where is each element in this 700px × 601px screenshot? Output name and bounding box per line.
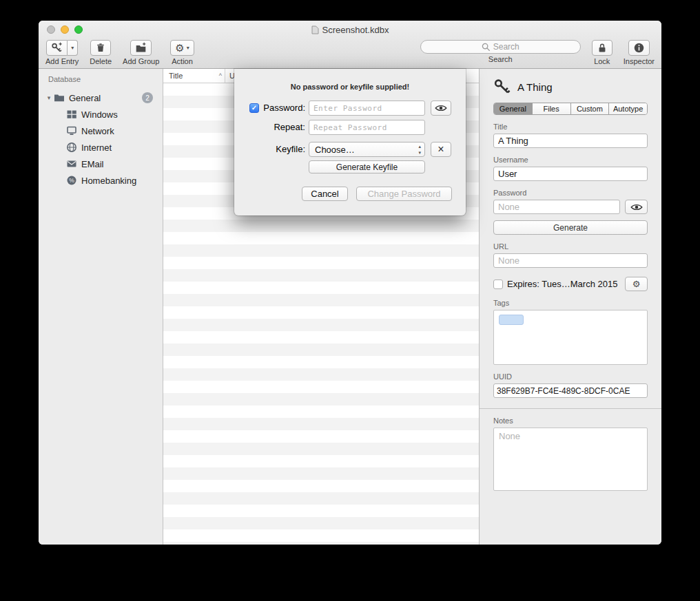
add-group-item: Add Group: [123, 40, 159, 65]
inspector-header: A Thing: [493, 77, 648, 96]
sidebar-item-label: EMail: [81, 159, 104, 169]
sidebar-item-label: General: [69, 93, 101, 103]
document-icon: [311, 25, 319, 34]
eye-icon: [630, 203, 643, 211]
add-entry-button[interactable]: [46, 40, 68, 56]
sidebar-item-network[interactable]: Network: [39, 123, 163, 139]
tab-files[interactable]: Files: [533, 103, 571, 114]
expires-checkbox[interactable]: [493, 280, 503, 289]
cancel-label: Cancel: [311, 189, 338, 199]
delete-button[interactable]: [90, 40, 111, 56]
folder-plus-icon: [135, 42, 147, 54]
add-group-button[interactable]: [130, 40, 152, 56]
sidebar-item-homebanking[interactable]: % Homebanking: [39, 172, 163, 189]
sidebar-item-email[interactable]: EMail: [39, 156, 163, 172]
computer-icon: [66, 125, 77, 136]
uuid-field[interactable]: [493, 383, 648, 398]
action-button[interactable]: ⚙ ▾: [170, 40, 194, 56]
add-entry-label: Add Entry: [45, 57, 79, 65]
add-entry-dropdown-button[interactable]: ▾: [68, 40, 78, 56]
tag-pill[interactable]: [499, 315, 524, 325]
tab-custom[interactable]: Custom: [571, 103, 610, 114]
keyfile-popup-value: Choose…: [315, 145, 355, 155]
username-field[interactable]: [493, 167, 648, 181]
entry-count-badge: 2: [142, 92, 153, 103]
gear-icon: ⚙: [175, 43, 184, 53]
tags-field[interactable]: [493, 310, 648, 365]
change-password-button[interactable]: Change Password: [356, 187, 452, 201]
minimize-button[interactable]: [61, 25, 69, 34]
entry-title: A Thing: [517, 81, 553, 93]
url-field[interactable]: [493, 253, 648, 268]
traffic-lights: [47, 25, 83, 34]
generate-password-button[interactable]: Generate: [493, 220, 648, 235]
generate-keyfile-label: Generate Keyfile: [336, 162, 398, 172]
lock-label: Lock: [594, 57, 610, 65]
password-row: [493, 200, 648, 214]
column-header-username[interactable]: U: [225, 72, 235, 80]
popup-stepper-icon: ▴ ▾: [418, 143, 421, 156]
sidebar-item-label: Homebanking: [81, 176, 136, 186]
sidebar-item-label: Network: [81, 126, 114, 136]
uuid-label: UUID: [493, 372, 648, 381]
expires-label: Expires: Tues…March 2015: [507, 279, 617, 289]
disclosure-triangle-icon[interactable]: ▾: [44, 94, 54, 101]
change-password-label: Change Password: [367, 189, 440, 199]
dialog-message: No password or keyfile supplied!: [234, 83, 466, 91]
action-label: Action: [172, 57, 193, 65]
password-label: Password:: [234, 103, 305, 113]
search-placeholder: Search: [493, 42, 519, 52]
notes-field[interactable]: [493, 428, 648, 491]
search-input[interactable]: Search: [420, 40, 581, 54]
section-divider: [480, 408, 661, 409]
eye-icon: [435, 104, 447, 112]
password-field[interactable]: [493, 200, 620, 214]
title-field[interactable]: [493, 134, 648, 148]
expires-settings-button[interactable]: ⚙: [625, 277, 648, 291]
tab-autotype[interactable]: Autotype: [609, 103, 647, 114]
repeat-label: Repeat:: [234, 122, 305, 132]
search-icon: [482, 43, 491, 52]
tags-label: Tags: [493, 299, 648, 307]
column-header-title[interactable]: Title ^: [163, 69, 225, 83]
chevron-down-icon: ▾: [71, 45, 74, 51]
inspector-panel: A Thing General Files Custom Autotype Ti…: [479, 69, 661, 545]
show-password-button[interactable]: [431, 101, 451, 116]
inspector-label: Inspector: [624, 57, 655, 65]
keyfile-popup[interactable]: Choose… ▴ ▾: [309, 142, 425, 157]
clear-keyfile-button[interactable]: ×: [431, 142, 451, 157]
tab-general[interactable]: General: [494, 103, 533, 114]
gear-icon: ⚙: [632, 280, 641, 288]
repeat-password-input[interactable]: [309, 120, 425, 135]
zoom-button[interactable]: [74, 25, 83, 34]
lock-button[interactable]: [592, 40, 612, 56]
close-button[interactable]: [47, 25, 55, 34]
globe-icon: [66, 142, 77, 153]
sidebar-item-general[interactable]: ▾ General 2: [39, 89, 163, 106]
action-item: ⚙ ▾ Action: [170, 40, 194, 65]
group-sidebar: Database ▾ General 2 Windows Network: [39, 69, 163, 545]
inspector-item: Inspector: [624, 40, 655, 65]
window-chrome: Screenshot.kdbx ▾ Add Entry: [39, 21, 661, 69]
show-password-button[interactable]: [625, 200, 648, 214]
window-title: Screenshot.kdbx: [322, 25, 389, 35]
sidebar-item-label: Internet: [81, 143, 112, 153]
toolbar-left-group: ▾ Add Entry Delete: [45, 40, 194, 65]
sidebar-header: Database: [39, 75, 163, 83]
toolbar-right-group: Search Search Lock: [420, 40, 655, 65]
password-input[interactable]: [309, 101, 425, 116]
sidebar-item-windows[interactable]: Windows: [39, 106, 163, 123]
sidebar-item-label: Windows: [81, 109, 118, 120]
sidebar-item-internet[interactable]: Internet: [39, 139, 163, 156]
chevron-down-icon: ▾: [187, 45, 189, 51]
generate-keyfile-button[interactable]: Generate Keyfile: [309, 160, 425, 173]
envelope-icon: [66, 158, 77, 169]
cancel-button[interactable]: Cancel: [302, 187, 348, 201]
search-label: Search: [488, 55, 513, 63]
url-label: URL: [493, 242, 648, 251]
delete-item: Delete: [90, 40, 112, 65]
expires-row: Expires: Tues…March 2015 ⚙: [493, 277, 648, 291]
column-title-label: Title: [169, 72, 183, 80]
generate-label: Generate: [553, 223, 588, 233]
inspector-button[interactable]: [628, 40, 650, 56]
